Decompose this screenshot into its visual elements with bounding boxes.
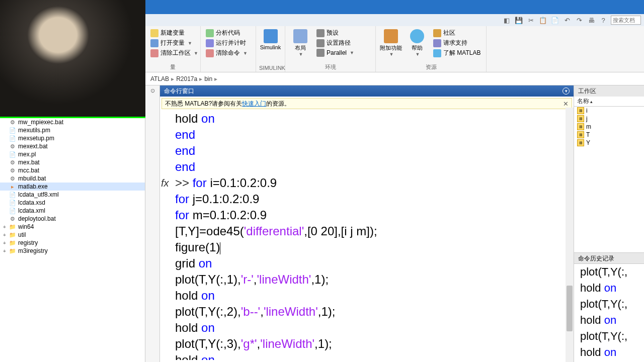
command-history-body[interactable]: plot(T,Y(:,hold onplot(T,Y(:,hold onplot… (574, 264, 644, 362)
file-name: lcdata_utf8.xml (18, 191, 59, 198)
command-history-header: 命令历史记录 (574, 253, 644, 264)
file-row[interactable]: 📄mexutils.pm (0, 126, 145, 134)
request-support-button[interactable]: 请求支持 (431, 38, 482, 48)
analyze-code-button[interactable]: 分析代码 (204, 28, 250, 38)
qat-paste-icon[interactable]: 📄 (550, 16, 559, 25)
addons-button[interactable]: 附加功能▼ (379, 27, 403, 57)
ribbon-group-simulink: SIMULINK (259, 64, 282, 71)
file-name: mex.bat (18, 159, 40, 166)
file-name: deploytool.bat (18, 215, 56, 222)
file-name: mex.pl (18, 151, 36, 158)
history-line[interactable]: hold on (580, 344, 644, 360)
file-row[interactable]: +📁win64 (0, 223, 145, 231)
command-window-panel: 命令行窗口 ▾ 不熟悉 MATLAB?请参阅有关快速入门的资源。 ✕ hold … (160, 85, 574, 362)
run-and-time-button[interactable]: 运行并计时 (204, 38, 250, 48)
minimize-panel-icon[interactable]: ⊙ (150, 87, 155, 362)
fx-icon: fx (161, 175, 169, 191)
path-segment[interactable]: bin (202, 75, 214, 82)
set-path-button[interactable]: 设置路径 (314, 38, 356, 48)
close-infobar-icon[interactable]: ✕ (563, 100, 569, 108)
file-row[interactable]: +📁m3iregistry (0, 247, 145, 255)
file-row[interactable]: 📄mexsetup.pm (0, 134, 145, 142)
file-icon: 📄 (9, 135, 16, 142)
parallel-button[interactable]: Parallel▼ (314, 48, 356, 57)
workspace-variable-row[interactable]: ⊞m (574, 123, 644, 131)
file-row[interactable]: +📁registry (0, 239, 145, 247)
variable-icon: ⊞ (577, 115, 584, 122)
variable-name: T (586, 131, 590, 138)
expand-icon[interactable]: + (2, 240, 7, 246)
variable-icon: ⊞ (577, 139, 584, 146)
qat-icon-1[interactable]: ◧ (502, 16, 511, 25)
preferences-button[interactable]: 预设 (314, 28, 356, 38)
variable-name: m (586, 123, 591, 130)
file-name: mexext.bat (18, 143, 48, 150)
vertical-scrollbar[interactable] (566, 108, 574, 362)
file-row[interactable]: 📄lcdata.xml (0, 207, 145, 215)
qat-undo-icon[interactable]: ↶ (562, 16, 572, 25)
file-name: util (18, 231, 26, 238)
learn-matlab-button[interactable]: 了解 MATLAB (431, 48, 482, 58)
file-row[interactable]: ⚙deploytool.bat (0, 215, 145, 223)
file-icon: ⚙ (9, 175, 16, 182)
file-row[interactable]: ⚙mex.bat (0, 158, 145, 166)
file-row[interactable]: ⚙mexext.bat (0, 142, 145, 150)
workspace-variable-row[interactable]: ⊞T (574, 131, 644, 139)
variable-name: i (586, 107, 588, 114)
history-line[interactable]: plot(T,Y(:, (580, 264, 644, 280)
qat-help-icon[interactable]: ? (599, 16, 608, 25)
expand-icon[interactable]: + (2, 232, 7, 238)
path-segment[interactable]: ATLAB (148, 75, 171, 82)
history-line[interactable]: hold on (580, 280, 644, 296)
command-window-title: 命令行窗口 (164, 87, 194, 96)
file-row[interactable]: ▸matlab.exe (0, 183, 145, 191)
path-segment[interactable]: R2017a (174, 75, 199, 82)
file-icon: 📁 (9, 239, 16, 246)
code-line: hold on (175, 111, 574, 127)
qat-cut-icon[interactable]: ✂ (526, 16, 535, 25)
panel-menu-icon[interactable]: ▾ (562, 87, 570, 95)
file-icon: ▸ (9, 183, 16, 190)
workspace-variable-row[interactable]: ⊞i (574, 107, 644, 115)
search-docs-input[interactable] (611, 16, 641, 25)
history-line[interactable]: plot(T,Y(:, (580, 328, 644, 344)
workspace-panel: 工作区 名称▴ ⊞i⊞j⊞m⊞T⊞Y (574, 85, 644, 252)
file-row[interactable]: ⚙mcc.bat (0, 166, 145, 174)
workspace-column-header[interactable]: 名称▴ (574, 97, 644, 107)
file-row[interactable]: +📁util (0, 231, 145, 239)
community-button[interactable]: 社区 (431, 28, 482, 38)
expand-icon[interactable]: + (2, 248, 7, 254)
clear-workspace-button[interactable]: 清除工作区▼ (148, 48, 200, 58)
history-line[interactable]: plot(T,Y(:, (580, 296, 644, 312)
workspace-variable-row[interactable]: ⊞Y (574, 139, 644, 147)
command-window-body[interactable]: hold onendendendfx>> for i=0.1:0.2:0.9fo… (160, 111, 574, 362)
quick-start-link[interactable]: 快速入门 (242, 100, 266, 107)
code-line: plot(T,Y(:,2),'b--','lineWidth',1); (175, 304, 574, 320)
help-button[interactable]: 帮助▼ (405, 27, 429, 57)
code-line: hold on (175, 320, 574, 336)
clear-commands-button[interactable]: 清除命令▼ (204, 48, 250, 58)
workspace-variable-row[interactable]: ⊞j (574, 115, 644, 123)
qat-print-icon[interactable]: 🖶 (587, 16, 596, 25)
file-icon: 📄 (9, 151, 16, 158)
file-row[interactable]: ⚙mbuild.bat (0, 174, 145, 183)
file-row[interactable]: 📄lcdata.xsd (0, 199, 145, 207)
new-variable-button[interactable]: 新建变量 (148, 28, 200, 38)
workspace-header: 工作区 (574, 85, 644, 97)
webcam-overlay (0, 0, 145, 118)
current-folder-path[interactable]: ATLAB▸ R2017a▸ bin▸ (145, 72, 644, 85)
open-variable-button[interactable]: 打开变量▼ (148, 38, 200, 48)
file-row[interactable]: 📄lcdata_utf8.xml (0, 191, 145, 199)
file-icon: 📄 (9, 207, 16, 214)
qat-save-icon[interactable]: 💾 (514, 16, 523, 25)
file-row[interactable]: ⚙mw_mpiexec.bat (0, 118, 145, 126)
file-icon: ⚙ (9, 215, 16, 222)
simulink-button[interactable]: Simulink (259, 27, 282, 50)
qat-redo-icon[interactable]: ↷ (575, 16, 584, 25)
expand-icon[interactable]: + (2, 224, 7, 230)
qat-copy-icon[interactable]: 📋 (538, 16, 547, 25)
file-row[interactable]: 📄mex.pl (0, 150, 145, 158)
layout-button[interactable]: 布局▼ (288, 27, 312, 57)
workspace-title: 工作区 (578, 87, 596, 96)
history-line[interactable]: hold on (580, 312, 644, 328)
